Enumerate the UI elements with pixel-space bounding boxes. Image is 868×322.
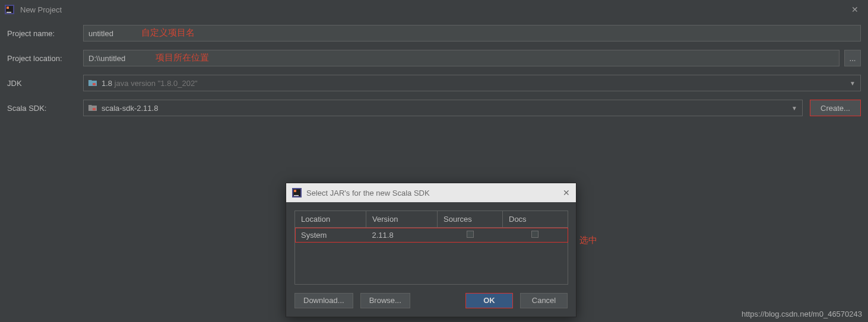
project-name-row: Project name: 自定义项目名 — [7, 25, 861, 42]
browse-button[interactable]: Browse... — [360, 293, 410, 308]
folder-icon — [88, 104, 97, 111]
create-sdk-button[interactable]: Create... — [810, 100, 861, 116]
docs-checkbox[interactable] — [531, 231, 538, 238]
app-icon — [292, 188, 302, 197]
spacer — [417, 293, 458, 308]
window-title: New Project — [20, 5, 847, 14]
jdk-row: JDK 1.8 java version "1.8.0_202" ▼ — [7, 75, 861, 91]
close-icon[interactable]: ✕ — [563, 188, 570, 197]
project-name-input[interactable] — [83, 25, 861, 42]
project-name-label: Project name: — [7, 29, 83, 38]
scala-sdk-value: scala-sdk-2.11.8 — [102, 104, 791, 113]
jdk-dropdown[interactable]: 1.8 java version "1.8.0_202" ▼ — [83, 75, 861, 91]
sources-checkbox[interactable] — [467, 231, 474, 238]
project-location-row: Project location: ... 项目所在位置 — [7, 50, 861, 66]
scala-sdk-label: Scala SDK: — [7, 104, 83, 113]
window-titlebar: New Project ✕ — [0, 0, 868, 19]
cell-version: 2.11.8 — [366, 228, 438, 243]
dialog-titlebar: Select JAR's for the new Scala SDK ✕ — [286, 183, 576, 202]
sdk-table: Location Version Sources Docs System 2.1… — [294, 211, 568, 285]
jdk-label: JDK — [7, 79, 83, 88]
svg-rect-2 — [7, 7, 9, 9]
app-icon — [5, 5, 14, 14]
annotation-select: 选中 — [579, 235, 597, 246]
close-icon[interactable]: ✕ — [847, 2, 863, 17]
watermark: https://blog.csdn.net/m0_46570243 — [742, 310, 862, 318]
svg-rect-4 — [93, 83, 96, 85]
jdk-value-sub: java version "1.8.0_202" — [112, 79, 198, 88]
table-empty-space — [295, 243, 568, 284]
cell-sources — [438, 228, 503, 243]
download-button[interactable]: Download... — [294, 293, 353, 308]
cell-docs — [503, 228, 568, 243]
folder-icon — [88, 79, 97, 87]
svg-rect-5 — [93, 108, 96, 110]
chevron-down-icon: ▼ — [850, 80, 856, 87]
svg-rect-3 — [7, 12, 11, 13]
dialog-body: Location Version Sources Docs System 2.1… — [286, 202, 576, 293]
svg-rect-8 — [294, 190, 296, 192]
browse-location-button[interactable]: ... — [844, 50, 861, 66]
cell-location: System — [295, 228, 366, 243]
ok-button[interactable]: OK — [465, 293, 513, 308]
chevron-down-icon: ▼ — [791, 105, 797, 111]
cancel-button[interactable]: Cancel — [520, 293, 568, 308]
col-docs: Docs — [503, 211, 568, 228]
scala-sdk-row: Scala SDK: scala-sdk-2.11.8 ▼ Create... — [7, 100, 861, 116]
form-area: Project name: 自定义项目名 Project location: .… — [0, 19, 868, 130]
jdk-value: 1.8 java version "1.8.0_202" — [102, 79, 850, 88]
col-sources: Sources — [438, 211, 503, 228]
project-location-input[interactable] — [83, 50, 840, 66]
col-location: Location — [295, 211, 366, 228]
table-header-row: Location Version Sources Docs — [295, 211, 568, 228]
col-version: Version — [366, 211, 438, 228]
dialog-title: Select JAR's for the new Scala SDK — [306, 189, 563, 197]
dialog-actions: Download... Browse... OK Cancel — [286, 293, 576, 317]
svg-rect-9 — [294, 195, 299, 196]
table-row[interactable]: System 2.11.8 — [295, 228, 568, 243]
project-location-label: Project location: — [7, 54, 83, 63]
jdk-value-main: 1.8 — [102, 79, 112, 88]
select-jars-dialog: Select JAR's for the new Scala SDK ✕ Loc… — [286, 183, 576, 317]
scala-sdk-dropdown[interactable]: scala-sdk-2.11.8 ▼ — [83, 100, 803, 116]
